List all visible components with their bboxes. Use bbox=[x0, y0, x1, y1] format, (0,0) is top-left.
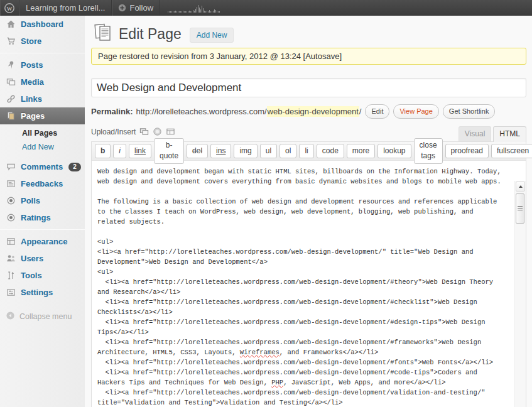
sidebar-item-ratings[interactable]: Ratings bbox=[0, 209, 85, 226]
sparkline-bar bbox=[184, 11, 185, 13]
comments-count-badge: 2 bbox=[68, 163, 81, 171]
editor-line: title="Validation and Testing">Validatio… bbox=[97, 398, 509, 407]
sidebar-item-label: Appearance bbox=[21, 237, 67, 246]
quicktag-del-button[interactable]: del bbox=[187, 144, 208, 159]
tab-visual[interactable]: Visual bbox=[459, 126, 491, 141]
sparkline-bar bbox=[194, 11, 195, 13]
permalink-url-suffix: / bbox=[359, 107, 362, 116]
dashboard-icon bbox=[6, 19, 16, 30]
sidebar-item-posts[interactable]: Posts bbox=[0, 57, 85, 73]
sparkline-bar bbox=[188, 11, 188, 13]
editor-scrollbar[interactable] bbox=[514, 181, 526, 407]
upload-insert-label: Upload/Insert bbox=[91, 128, 136, 136]
sidebar-item-media[interactable]: Media bbox=[0, 73, 85, 90]
sidebar-item-settings[interactable]: Settings bbox=[0, 284, 85, 301]
quicktag-lookup-button[interactable]: lookup bbox=[377, 144, 411, 159]
sparkline-bar bbox=[187, 11, 187, 13]
sidebar-item-polls[interactable]: Polls bbox=[0, 192, 85, 209]
permalink-slug[interactable]: web-design-development bbox=[267, 106, 359, 117]
sparkline-bar bbox=[208, 11, 209, 13]
quicktag-i-button[interactable]: i bbox=[113, 144, 126, 159]
sparkline-bar bbox=[169, 11, 170, 13]
quicktag-link-button[interactable]: link bbox=[129, 144, 151, 159]
admin-bar-site-name[interactable]: Learning from Lorell... bbox=[19, 0, 112, 16]
collapse-menu-label: Collapse menu bbox=[19, 312, 72, 321]
sidebar-item-appearance[interactable]: Appearance bbox=[0, 233, 85, 250]
edit-permalink-button[interactable]: Edit bbox=[365, 104, 389, 119]
sparkline-bar bbox=[174, 11, 175, 13]
view-page-button[interactable]: View Page bbox=[393, 104, 438, 119]
sidebar-item-links[interactable]: Links bbox=[0, 90, 85, 107]
quicktag-img-button[interactable]: img bbox=[234, 144, 257, 159]
admin-bar: W Learning from Lorell... Follow bbox=[0, 0, 532, 16]
sparkline-bar bbox=[215, 10, 216, 13]
wordpress-logo-icon[interactable]: W bbox=[0, 0, 19, 16]
sidebar-item-tools[interactable]: Tools bbox=[0, 267, 85, 284]
add-form-icon[interactable] bbox=[166, 127, 175, 136]
quicktag-ins-button[interactable]: ins bbox=[210, 144, 231, 159]
sparkline-bar bbox=[183, 11, 183, 13]
sidebar-item-pages[interactable]: Pages bbox=[0, 107, 85, 124]
sidebar-item-label: Ratings bbox=[21, 213, 51, 222]
quicktag-more-button[interactable]: more bbox=[347, 144, 375, 159]
editor-line: <li><a href="http://lorelleteaches.wordp… bbox=[97, 337, 509, 347]
page-header: Edit Page Add New bbox=[93, 23, 234, 45]
tools-icon bbox=[6, 271, 16, 281]
collapse-arrow-icon bbox=[6, 311, 15, 322]
quicktag-fullscreen-button[interactable]: fullscreen bbox=[491, 144, 532, 159]
sparkline-bar bbox=[168, 11, 168, 13]
permalink-url-prefix: http://lorelleteaches.wordpress.com/ bbox=[136, 107, 266, 116]
editor-line: <li><a href="http://lorelleteaches.wordp… bbox=[97, 297, 509, 307]
sparkline-bar bbox=[193, 10, 193, 13]
upload-insert-row: Upload/Insert bbox=[91, 127, 175, 136]
add-poll-icon[interactable] bbox=[153, 127, 162, 136]
editor-line: Web design and development began with st… bbox=[97, 166, 509, 176]
sparkline-bar bbox=[217, 11, 217, 13]
editor-content: Web design and development began with st… bbox=[97, 166, 509, 407]
sparkline-bar bbox=[195, 9, 196, 13]
sidebar-subitem-all-pages[interactable]: All Pages bbox=[0, 126, 85, 140]
sidebar-subitem-add-new[interactable]: Add New bbox=[0, 140, 85, 154]
quicktag-proofread-button[interactable]: proofread bbox=[445, 144, 489, 159]
settings-icon bbox=[6, 288, 16, 298]
sidebar-item-label: Pages bbox=[21, 111, 45, 121]
store-icon bbox=[6, 36, 16, 46]
quicktag-close-tags-button[interactable]: close tags bbox=[414, 138, 443, 164]
sparkline-bar bbox=[213, 11, 214, 13]
scrollbar-thumb[interactable] bbox=[516, 193, 524, 224]
sidebar-item-feedbacks[interactable]: Feedbacks bbox=[0, 175, 85, 192]
follow-button[interactable]: Follow bbox=[112, 0, 160, 16]
sparkline-bar bbox=[200, 9, 201, 13]
editor-line: <ul> bbox=[97, 267, 509, 277]
sidebar-item-dashboard[interactable]: Dashboard bbox=[0, 16, 85, 33]
site-name-label: Learning from Lorell... bbox=[26, 3, 105, 13]
sparkline-bar bbox=[205, 11, 206, 13]
quicktag-b-button[interactable]: b bbox=[95, 144, 111, 159]
sidebar-item-label: Polls bbox=[21, 196, 40, 205]
scrollbar-up-arrow[interactable] bbox=[516, 182, 525, 192]
collapse-menu-button[interactable]: Collapse menu bbox=[0, 311, 85, 322]
quicktag-li-button[interactable]: li bbox=[299, 144, 313, 159]
quicktag-b-quote-button[interactable]: b-quote bbox=[154, 138, 184, 164]
editor-line: Checklists</a></li> bbox=[97, 307, 509, 317]
sidebar-item-comments[interactable]: Comments2 bbox=[0, 158, 85, 175]
quicktag-ol-button[interactable]: ol bbox=[280, 144, 296, 159]
tab-html[interactable]: HTML bbox=[493, 126, 526, 142]
svg-text:W: W bbox=[7, 5, 13, 11]
quicktag-ul-button[interactable]: ul bbox=[260, 144, 277, 159]
editor-line: Development">Web Design and Development<… bbox=[97, 257, 509, 267]
editor-textarea[interactable]: Web design and development began with st… bbox=[92, 161, 526, 407]
site-stats-sparkline[interactable] bbox=[160, 0, 225, 16]
sparkline-bar bbox=[190, 11, 191, 13]
add-media-icon[interactable] bbox=[139, 127, 149, 136]
sidebar-item-store[interactable]: Store bbox=[0, 33, 85, 50]
add-new-button[interactable]: Add New bbox=[190, 28, 234, 43]
page-title-input[interactable] bbox=[91, 78, 526, 97]
sidebar-item-users[interactable]: Users bbox=[0, 250, 85, 267]
get-shortlink-button[interactable]: Get Shortlink bbox=[443, 104, 496, 119]
sparkline-bar bbox=[218, 11, 219, 13]
appearance-icon bbox=[6, 237, 16, 247]
sparkline-bar bbox=[198, 5, 198, 13]
editor-line: to the classes I teach on WordPress, web… bbox=[97, 207, 509, 217]
quicktag-code-button[interactable]: code bbox=[317, 144, 344, 159]
